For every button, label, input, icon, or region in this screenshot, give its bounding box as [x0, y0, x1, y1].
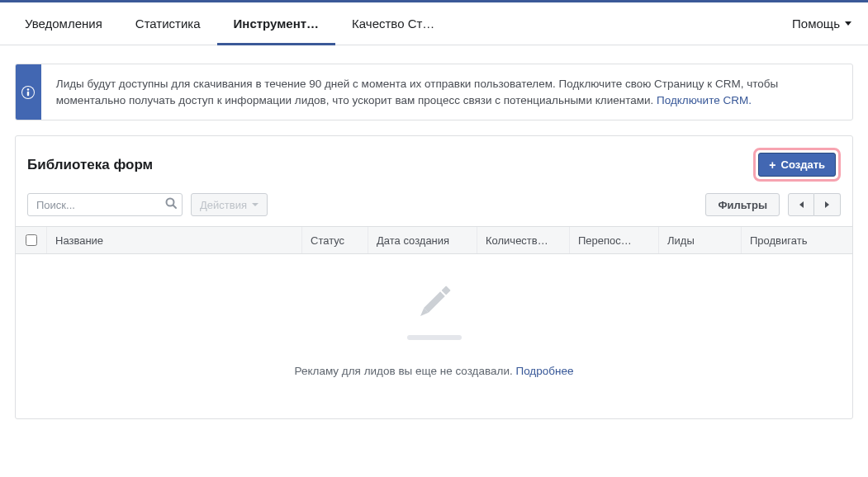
svg-point-2: [27, 88, 30, 91]
nav-tabs: Уведомления Статистика Инструмент… Качес…: [8, 2, 451, 45]
info-body: Лиды будут доступны для скачивания в теч…: [41, 64, 852, 120]
tab-statistics[interactable]: Статистика: [119, 2, 217, 45]
pager: [788, 193, 841, 216]
actions-label: Действия: [200, 199, 247, 211]
chevron-left-icon: [799, 201, 804, 208]
section-title: Библиотека форм: [27, 157, 153, 173]
column-name[interactable]: Название: [47, 227, 302, 253]
help-menu[interactable]: Помощь: [792, 17, 860, 31]
tab-notifications[interactable]: Уведомления: [8, 2, 119, 45]
svg-rect-7: [424, 291, 444, 312]
column-checkbox: [16, 227, 47, 253]
forms-library-section: Библиотека форм + Создать Действия Фильт…: [15, 135, 853, 419]
column-date[interactable]: Дата создания: [368, 227, 477, 253]
chevron-down-icon: [252, 203, 259, 206]
pencil-icon: [410, 277, 459, 327]
search-icon: [164, 196, 178, 213]
learn-more-link[interactable]: Подробнее: [515, 365, 573, 377]
create-button-label: Создать: [781, 158, 825, 171]
info-icon: [21, 86, 35, 99]
search-input[interactable]: [27, 193, 183, 216]
section-header: Библиотека форм + Создать: [16, 136, 852, 190]
column-count[interactable]: Количеств…: [477, 227, 570, 253]
filters-button[interactable]: Фильтры: [705, 193, 780, 216]
table-header: Название Статус Дата создания Количеств……: [16, 226, 852, 254]
main-nav: Уведомления Статистика Инструмент… Качес…: [0, 2, 868, 45]
svg-line-5: [173, 205, 177, 209]
column-status[interactable]: Статус: [302, 227, 368, 253]
svg-rect-6: [441, 286, 450, 295]
pager-prev-button[interactable]: [788, 193, 814, 216]
actions-dropdown[interactable]: Действия: [191, 193, 268, 216]
tab-quality[interactable]: Качество Ст…: [335, 2, 451, 45]
empty-state: Рекламу для лидов вы еще не создавали. П…: [16, 254, 852, 377]
search-container: [27, 193, 183, 216]
select-all-checkbox[interactable]: [26, 234, 37, 246]
pager-next-button[interactable]: [814, 193, 841, 216]
empty-text-line: Рекламу для лидов вы еще не создавали. П…: [16, 365, 852, 377]
empty-message: Рекламу для лидов вы еще не создавали.: [295, 365, 516, 377]
empty-illustration: [16, 277, 852, 340]
content-area: Лиды будут доступны для скачивания в теч…: [0, 45, 868, 452]
svg-rect-3: [27, 91, 29, 96]
chevron-right-icon: [825, 201, 829, 208]
tab-tools[interactable]: Инструмент…: [217, 2, 335, 45]
create-button[interactable]: + Создать: [758, 153, 836, 177]
column-repost[interactable]: Перепос…: [570, 227, 659, 253]
chevron-down-icon: [845, 21, 851, 26]
info-banner: Лиды будут доступны для скачивания в теч…: [15, 64, 853, 120]
create-button-highlight: + Создать: [753, 148, 841, 182]
connect-crm-link[interactable]: Подключите CRM.: [657, 94, 752, 106]
plus-icon: +: [769, 159, 776, 171]
column-promote[interactable]: Продвигать: [742, 227, 852, 253]
info-icon-container: [16, 64, 41, 120]
column-leads[interactable]: Лиды: [659, 227, 742, 253]
pencil-underline: [407, 335, 462, 340]
help-label: Помощь: [792, 17, 840, 31]
toolbar: Действия Фильтры: [16, 190, 852, 226]
